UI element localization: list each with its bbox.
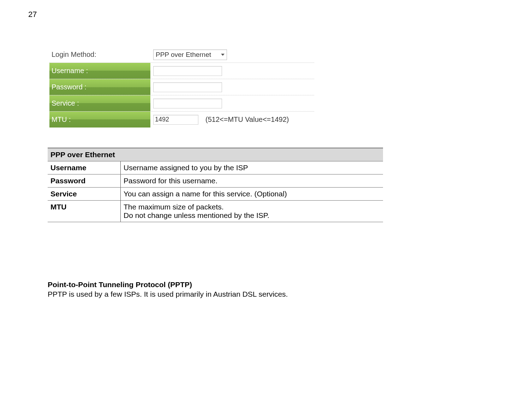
service-label: Service : [49,95,150,111]
table-row: Service You can assign a name for this s… [48,188,383,201]
page-number: 27 [28,10,37,19]
pptp-section: Point-to-Point Tunneling Protocol (PPTP)… [48,280,288,299]
table-header: PPP over Ethernet [48,148,383,161]
pppoe-description-table: PPP over Ethernet Username Username assi… [48,148,383,222]
table-val: Username assigned to you by the ISP [121,161,383,174]
login-method-value: PPP over Ethernet [156,51,211,59]
table-key: MTU [48,201,121,222]
mtu-label: MTU : [49,112,150,128]
table-row: Password Password for this username. [48,174,383,188]
service-input[interactable] [153,99,222,108]
table-row: Username Username assigned to you by the… [48,161,383,174]
pppoe-form: Login Method: PPP over Ethernet Username… [49,47,314,128]
username-label: Username : [49,63,150,79]
mtu-input[interactable] [153,115,198,125]
password-label: Password : [49,79,150,95]
pptp-title: Point-to-Point Tunneling Protocol (PPTP) [48,280,288,289]
table-key: Username [48,161,121,174]
table-key: Password [48,174,121,188]
login-method-select[interactable]: PPP over Ethernet [153,49,227,60]
table-val: The maximum size of packets. Do not chan… [121,201,383,222]
table-val: You can assign a name for this service. … [121,188,383,201]
table-val: Password for this username. [121,174,383,188]
mtu-hint: (512<=MTU Value<=1492) [205,115,289,124]
username-input[interactable] [153,66,222,76]
table-row: MTU The maximum size of packets. Do not … [48,201,383,222]
table-key: Service [48,188,121,201]
login-method-label: Login Method: [49,51,150,59]
chevron-down-icon [221,54,225,56]
password-input[interactable] [153,82,222,92]
pptp-body: PPTP is used by a few ISPs. It is used p… [48,289,288,299]
